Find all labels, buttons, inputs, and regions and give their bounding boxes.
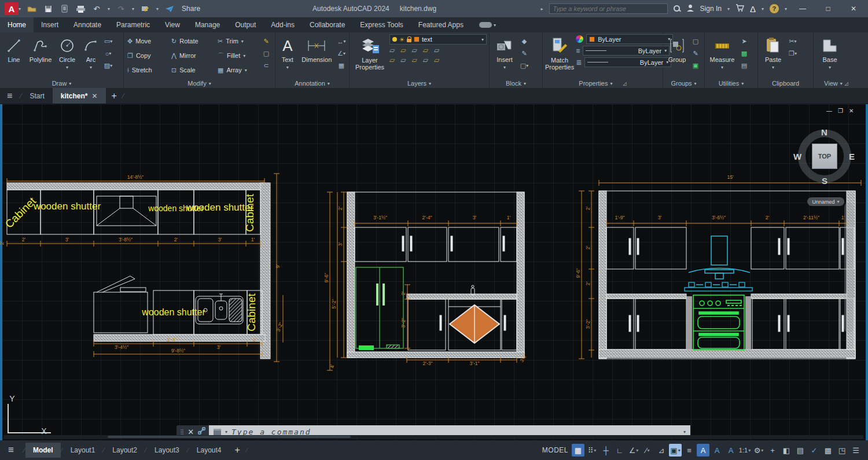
mirror-button[interactable]: ⋀Mirror	[170, 49, 216, 62]
annotation-panel-label[interactable]: Annotation▾	[275, 79, 349, 88]
viewcube-top-face[interactable]: TOP	[812, 143, 837, 169]
annotation-visibility-toggle[interactable]: A	[697, 444, 709, 457]
layout4-tab[interactable]: Layout4	[189, 443, 229, 458]
open-icon[interactable]	[27, 4, 37, 13]
insert-button[interactable]: Insert ▾	[492, 34, 517, 71]
viewcube-east[interactable]: E	[849, 152, 855, 161]
mobile-icon[interactable]	[59, 4, 69, 13]
modify-panel-label[interactable]: Modify▾	[124, 79, 275, 88]
viewcube-south[interactable]: S	[822, 176, 827, 186]
dwg-restore-icon[interactable]: ❐	[838, 108, 843, 114]
properties-panel-label[interactable]: Properties▾ ◿	[543, 79, 663, 88]
draw-panel-label[interactable]: Draw▾	[0, 79, 123, 88]
tab-start[interactable]: Start	[22, 88, 53, 104]
insert-caret[interactable]: ▾	[503, 64, 506, 71]
array-button[interactable]: ▦Array▾	[216, 63, 259, 77]
lineweight-toggle[interactable]: ≡	[683, 444, 696, 457]
layer-unlock2-icon[interactable]: ▱	[423, 56, 428, 64]
tab-close-icon[interactable]: ✕	[92, 92, 98, 100]
viewcube-north[interactable]: N	[821, 127, 827, 137]
trim-button[interactable]: ✂Trim▾	[216, 34, 259, 48]
view-launcher-icon[interactable]: ◿	[845, 81, 848, 86]
tab-express-tools[interactable]: Express Tools	[352, 17, 410, 32]
autocad-logo-button[interactable]: A	[5, 2, 19, 15]
dimension-button[interactable]: Dimension	[299, 34, 334, 63]
block-attributes-icon[interactable]: ▢▾	[519, 61, 529, 71]
linetype-dropdown[interactable]: ByLayer ▾	[584, 57, 671, 67]
annotation-scale-value[interactable]: 1:1▾	[738, 444, 751, 457]
autodesk-caret[interactable]: ▾	[762, 6, 764, 12]
arc-button[interactable]: Arc ▾	[80, 34, 101, 71]
move-button[interactable]: ✥Move	[126, 34, 170, 48]
properties-launcher-icon[interactable]: ◿	[623, 81, 627, 86]
hscroll-thumb[interactable]	[108, 436, 351, 438]
undo-icon[interactable]: ↶	[91, 4, 102, 13]
tab-collaborate[interactable]: Collaborate	[302, 17, 352, 32]
polar-tracking-toggle[interactable]: ∠▾	[627, 444, 640, 457]
block-panel-label[interactable]: Block▾	[490, 79, 542, 88]
layer-properties-button[interactable]: Layer Properties	[352, 34, 388, 71]
customization-plus[interactable]: +	[766, 444, 779, 457]
explode-icon[interactable]: ▢	[261, 49, 271, 58]
isodraft-toggle[interactable]: ∕▾	[641, 444, 654, 457]
share-icon[interactable]	[164, 4, 175, 13]
horizontal-scrollbar[interactable]	[3, 435, 863, 439]
osnap-tracking-toggle[interactable]: ⊿	[655, 444, 668, 457]
circle-button[interactable]: Circle ▾	[56, 34, 79, 71]
cart-icon[interactable]	[735, 4, 744, 13]
tab-parametric[interactable]: Parametric	[109, 17, 157, 32]
hatch-icon[interactable]: ▨▾	[103, 61, 113, 71]
layout2-tab[interactable]: Layout2	[105, 443, 145, 458]
user-icon[interactable]	[686, 4, 694, 13]
layer-prev-icon[interactable]: ▱	[389, 56, 395, 64]
group-edit-icon[interactable]: ✎	[690, 49, 701, 58]
command-recent-caret[interactable]: ▾	[225, 429, 227, 435]
copy-clip-icon[interactable]: ❐▾	[788, 49, 798, 58]
share-label[interactable]: Share	[182, 5, 200, 13]
layout1-tab[interactable]: Layout1	[63, 443, 103, 458]
new-layout-button[interactable]: +	[229, 445, 245, 455]
layer-dropdown[interactable]: ☀ text ▾	[389, 34, 487, 45]
maximize-button[interactable]: □	[818, 5, 838, 13]
customization-menu[interactable]: ☰	[849, 444, 862, 457]
model-space-badge[interactable]: MODEL	[542, 446, 568, 454]
arc-caret[interactable]: ▾	[90, 64, 92, 71]
text-button[interactable]: A Text ▾	[278, 34, 297, 71]
minimize-button[interactable]: —	[793, 5, 812, 13]
isolate-objects-toggle[interactable]: ◧	[780, 444, 793, 457]
layer-freeze-icon[interactable]: ▱	[411, 46, 417, 54]
ellipse-icon[interactable]: ○▾	[103, 49, 113, 58]
redo-caret[interactable]: ▾	[132, 6, 134, 12]
new-drawing-button[interactable]: +	[106, 91, 123, 101]
workspace-switching[interactable]: ⚙▾	[752, 444, 765, 457]
sign-in-label[interactable]: Sign In	[700, 5, 722, 13]
drawing-middle-elevation[interactable]: 3'-1½" 2'-4" 3' 1' 2' 3' 5'-2" 9'-6" 4' …	[323, 192, 528, 370]
snap-toggle[interactable]: ⠿▾	[586, 444, 598, 457]
gas-hob[interactable]	[685, 282, 752, 291]
redo-icon[interactable]: ↷	[116, 4, 126, 13]
base-caret[interactable]: ▾	[829, 64, 831, 71]
line-button[interactable]: Line	[2, 34, 25, 63]
search-input[interactable]	[549, 3, 668, 14]
tab-home[interactable]: Home	[0, 17, 34, 32]
tab-annotate[interactable]: Annotate	[66, 17, 109, 32]
copy-button[interactable]: ❐Copy	[126, 49, 170, 62]
trusted-locations-icon[interactable]: ▩	[822, 444, 834, 457]
select-all-icon[interactable]: ▩	[739, 49, 749, 58]
annotation-scale-icon[interactable]: A	[724, 444, 737, 457]
layer-walk-icon[interactable]: ▱	[434, 56, 439, 64]
file-menu-icon[interactable]: ≡	[7, 91, 12, 101]
drawing-left-elevation[interactable]: Cabinet wooden shutter wooden shutter wo…	[0, 174, 284, 362]
dwg-min-icon[interactable]: —	[826, 108, 832, 114]
tab-output[interactable]: Output	[227, 17, 263, 32]
oven[interactable]	[693, 295, 744, 350]
search-icon[interactable]	[674, 5, 681, 12]
base-button[interactable]: Base ▾	[816, 34, 844, 71]
command-history-caret[interactable]: ▾	[683, 429, 686, 435]
tab-featured-apps[interactable]: Featured Apps	[411, 17, 471, 32]
dim-style-icon[interactable]: ↔▾	[336, 36, 347, 46]
text-caret[interactable]: ▾	[286, 64, 289, 71]
command-window-icon[interactable]	[214, 429, 221, 435]
utilities-panel-label[interactable]: Utilities▾	[705, 79, 757, 88]
offset-icon[interactable]: ⊂	[261, 61, 271, 71]
